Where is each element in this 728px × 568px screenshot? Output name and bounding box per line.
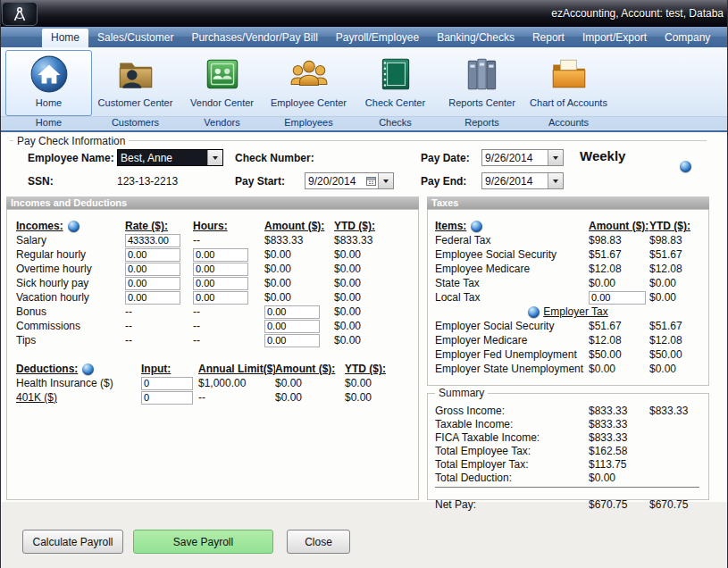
salary-ytd: $833.33: [334, 233, 397, 247]
overtime-hourly-hours-input[interactable]: [193, 263, 248, 276]
income-label-tips: Tips: [16, 333, 125, 347]
total-deduction-ytd: [649, 472, 699, 485]
regular-hourly-rate-input[interactable]: [125, 248, 180, 262]
toolbar: Home Customer Center: [1, 47, 727, 132]
sublabel-employees[interactable]: Employees: [265, 117, 352, 129]
total-employer-tax-amount: $113.75: [589, 458, 649, 472]
tax-ytd-column-header: YTD ($):: [649, 219, 701, 233]
employer-fed-unemployment-amount: $50.00: [589, 347, 649, 362]
tab-banking-checks[interactable]: Banking/Checks: [428, 27, 523, 47]
state-tax-ytd: $0.00: [649, 276, 701, 290]
health-insurance-limit: $1,000.00: [198, 376, 275, 390]
taxes-help-globe-icon[interactable]: [471, 221, 482, 232]
vacation-hourly-hours-input[interactable]: [193, 291, 248, 305]
sublabel-checks[interactable]: Checks: [352, 117, 439, 129]
summary-label-total-employee-tax: Total Employee Tax:: [435, 445, 589, 458]
income-label-vacation-hourly: Vacation hourly: [16, 290, 125, 305]
employee-name-select[interactable]: Best, Anne: [117, 149, 223, 166]
summary-label-total-deduction: Total Deduction:: [435, 472, 589, 485]
toolbar-chart-of-accounts-button[interactable]: Chart of Accounts: [525, 50, 612, 116]
toolbar-reports-center-button[interactable]: Reports Center: [439, 50, 525, 116]
chart-of-accounts-icon: [548, 54, 590, 95]
employer-state-unemployment-ytd: $0.00: [649, 362, 701, 376]
paycheck-help-globe-icon[interactable]: [680, 161, 691, 172]
employee-social-security-amount: $51.67: [589, 247, 649, 262]
tab-help[interactable]: Help: [719, 27, 728, 47]
overtime-hourly-rate-input[interactable]: [125, 263, 180, 276]
commissions-amount-input[interactable]: [264, 320, 320, 333]
overtime-hourly-ytd: $0.00: [334, 262, 397, 276]
save-payroll-button[interactable]: Save Payroll: [133, 530, 273, 554]
regular-hourly-hours-input[interactable]: [193, 248, 248, 262]
vacation-hourly-rate-input[interactable]: [125, 291, 180, 305]
tax-label-employee-medicare: Employee Medicare: [435, 262, 589, 276]
sublabel-reports[interactable]: Reports: [439, 117, 525, 129]
close-button[interactable]: Close: [287, 530, 350, 554]
vacation-hourly-ytd: $0.00: [334, 290, 397, 305]
check-center-icon: [375, 54, 416, 95]
incomes-help-globe-icon[interactable]: [68, 221, 79, 232]
amount-column-header: Amount ($):: [264, 219, 334, 233]
check-number-input[interactable]: [322, 149, 408, 165]
sublabel-home[interactable]: Home: [5, 117, 92, 129]
tab-payroll-employee[interactable]: Payroll/Employee: [327, 27, 428, 47]
commissions-hours: --: [193, 319, 264, 333]
rate-column-header: Rate ($):: [125, 219, 193, 233]
fica-taxable-income-amount: $833.33: [589, 431, 649, 445]
sick-hourly-hours-input[interactable]: [193, 277, 248, 290]
sick-hourly-rate-input[interactable]: [125, 277, 180, 290]
calculate-payroll-button[interactable]: Calculate Payroll: [22, 530, 123, 554]
employer-tax-help-globe-icon[interactable]: [528, 306, 540, 318]
bonus-amount-input[interactable]: [264, 305, 320, 319]
pay-date-dropdown-button[interactable]: [548, 150, 563, 165]
app-logo-icon[interactable]: [2, 2, 38, 26]
local-tax-input[interactable]: [589, 291, 646, 305]
pay-date-select[interactable]: 9/26/2014: [481, 149, 564, 166]
gross-income-ytd: $833.33: [649, 405, 699, 418]
check-number-label: Check Number:: [235, 152, 314, 164]
pay-end-select[interactable]: 9/26/2014: [481, 172, 564, 189]
pay-start-dropdown-button[interactable]: [378, 173, 393, 188]
sublabel-customers[interactable]: Customers: [92, 117, 179, 129]
pay-start-datepicker[interactable]: 9/20/2014: [305, 172, 394, 189]
sublabel-vendors[interactable]: Vendors: [179, 117, 265, 129]
summary-label-total-employer-tax: Total Employer Tax:: [435, 458, 589, 472]
tips-amount-input[interactable]: [264, 334, 320, 347]
chevron-down-icon: [213, 156, 218, 160]
tab-home[interactable]: Home: [42, 29, 88, 47]
health-insurance-input[interactable]: [141, 377, 193, 390]
toolbar-employee-center-button[interactable]: Employee Center: [265, 50, 352, 116]
toolbar-customer-center-button[interactable]: Customer Center: [92, 50, 179, 116]
tips-ytd: $0.00: [334, 333, 397, 347]
tab-company[interactable]: Company: [656, 27, 719, 47]
health-insurance-ytd: $0.00: [345, 376, 397, 390]
salary-amount: $833.33: [264, 233, 334, 247]
401k-input[interactable]: [141, 391, 193, 405]
tab-report[interactable]: Report: [523, 27, 573, 47]
calendar-icon[interactable]: [364, 176, 378, 186]
pay-date-value: 9/26/2014: [482, 152, 548, 164]
sublabel-accounts[interactable]: Accounts: [525, 117, 612, 129]
input-column-header: Input:: [141, 362, 198, 376]
deductions-help-globe-icon[interactable]: [82, 363, 94, 375]
tab-import-export[interactable]: Import/Export: [573, 27, 656, 47]
ssn-label: SSN:: [28, 175, 54, 188]
hours-column-header: Hours:: [193, 219, 264, 233]
sick-hourly-ytd: $0.00: [334, 276, 397, 290]
incomes-column-header: Incomes:: [16, 219, 63, 233]
commissions-ytd: $0.00: [334, 319, 397, 333]
toolbar-check-center-label: Check Center: [365, 97, 425, 108]
tab-purchases-vendor-pay-bill[interactable]: Purchases/Vendor/Pay Bill: [182, 27, 326, 47]
summary-label-fica-taxable-income: FICA Taxable Income:: [435, 431, 589, 445]
pay-end-dropdown-button[interactable]: [548, 173, 563, 188]
pay-start-value: 9/20/2014: [305, 175, 364, 188]
salary-rate-input[interactable]: [125, 234, 180, 247]
toolbar-home-button[interactable]: Home: [5, 50, 92, 116]
toolbar-vendor-center-button[interactable]: Vendor Center: [179, 50, 265, 116]
chevron-down-icon: [553, 156, 558, 160]
toolbar-check-center-button[interactable]: Check Center: [352, 50, 439, 116]
tab-sales-customer[interactable]: Sales/Customer: [88, 27, 182, 47]
tax-label-employer-state-unemployment: Employer State Unemployment: [435, 362, 589, 376]
employee-name-dropdown-button[interactable]: [207, 150, 222, 165]
income-label-salary: Salary: [16, 233, 125, 247]
